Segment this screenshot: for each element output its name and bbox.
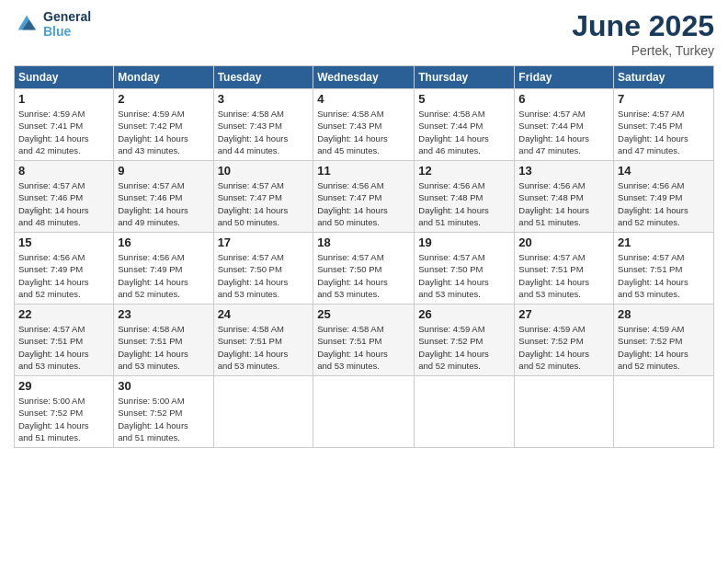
calendar-cell: 17Sunrise: 4:57 AM Sunset: 7:50 PM Dayli…: [213, 233, 313, 304]
day-number: 23: [118, 307, 209, 321]
calendar-cell: 24Sunrise: 4:58 AM Sunset: 7:51 PM Dayli…: [213, 304, 313, 376]
day-number: 30: [118, 379, 209, 393]
calendar-cell: [213, 376, 313, 448]
header-cell-monday: Monday: [114, 66, 213, 89]
day-info: Sunrise: 4:57 AM Sunset: 7:46 PM Dayligh…: [118, 179, 209, 228]
calendar-cell: 16Sunrise: 4:56 AM Sunset: 7:49 PM Dayli…: [114, 233, 213, 304]
day-info: Sunrise: 4:56 AM Sunset: 7:49 PM Dayligh…: [18, 251, 109, 300]
calendar-cell: 15Sunrise: 4:56 AM Sunset: 7:49 PM Dayli…: [15, 233, 114, 304]
day-info: Sunrise: 4:58 AM Sunset: 7:43 PM Dayligh…: [317, 108, 410, 156]
day-number: 14: [618, 164, 710, 178]
day-number: 18: [317, 236, 410, 249]
day-info: Sunrise: 4:58 AM Sunset: 7:51 PM Dayligh…: [218, 323, 310, 372]
calendar-header-row: SundayMondayTuesdayWednesdayThursdayFrid…: [15, 66, 714, 89]
month-year: June 2025: [572, 9, 714, 43]
day-number: 4: [317, 92, 410, 106]
calendar-cell: 20Sunrise: 4:57 AM Sunset: 7:51 PM Dayli…: [515, 233, 614, 304]
day-info: Sunrise: 4:57 AM Sunset: 7:50 PM Dayligh…: [218, 251, 310, 300]
logo-text: General Blue: [43, 9, 91, 39]
day-number: 25: [317, 307, 410, 321]
day-info: Sunrise: 4:58 AM Sunset: 7:44 PM Dayligh…: [418, 108, 510, 156]
calendar-cell: 10Sunrise: 4:57 AM Sunset: 7:47 PM Dayli…: [213, 161, 313, 233]
calendar-cell: [313, 376, 415, 448]
day-number: 6: [518, 92, 609, 106]
calendar-week-row: 15Sunrise: 4:56 AM Sunset: 7:49 PM Dayli…: [15, 233, 714, 304]
day-info: Sunrise: 4:58 AM Sunset: 7:51 PM Dayligh…: [317, 323, 410, 372]
day-number: 21: [618, 236, 710, 249]
calendar-cell: 5Sunrise: 4:58 AM Sunset: 7:44 PM Daylig…: [415, 89, 515, 161]
header-cell-saturday: Saturday: [614, 66, 714, 89]
calendar-cell: 30Sunrise: 5:00 AM Sunset: 7:52 PM Dayli…: [114, 376, 213, 448]
day-info: Sunrise: 5:00 AM Sunset: 7:52 PM Dayligh…: [18, 395, 109, 443]
day-number: 27: [518, 307, 609, 321]
day-info: Sunrise: 5:00 AM Sunset: 7:52 PM Dayligh…: [118, 395, 209, 443]
calendar-table: SundayMondayTuesdayWednesdayThursdayFrid…: [14, 65, 714, 448]
day-number: 7: [618, 92, 710, 106]
calendar-cell: 18Sunrise: 4:57 AM Sunset: 7:50 PM Dayli…: [313, 233, 415, 304]
day-number: 26: [418, 307, 510, 321]
calendar-body: 1Sunrise: 4:59 AM Sunset: 7:41 PM Daylig…: [15, 89, 714, 448]
calendar-cell: 29Sunrise: 5:00 AM Sunset: 7:52 PM Dayli…: [15, 376, 114, 448]
day-number: 24: [218, 307, 310, 321]
day-info: Sunrise: 4:57 AM Sunset: 7:50 PM Dayligh…: [317, 251, 410, 300]
calendar-cell: 9Sunrise: 4:57 AM Sunset: 7:46 PM Daylig…: [114, 161, 213, 233]
header-cell-wednesday: Wednesday: [313, 66, 415, 89]
day-info: Sunrise: 4:56 AM Sunset: 7:49 PM Dayligh…: [618, 179, 710, 228]
day-info: Sunrise: 4:58 AM Sunset: 7:43 PM Dayligh…: [218, 108, 310, 156]
calendar-week-row: 22Sunrise: 4:57 AM Sunset: 7:51 PM Dayli…: [15, 304, 714, 376]
calendar-cell: [415, 376, 515, 448]
logo-icon: [14, 11, 40, 37]
day-number: 9: [118, 164, 209, 178]
logo: General Blue: [14, 9, 91, 39]
location: Pertek, Turkey: [572, 43, 714, 58]
calendar-cell: 21Sunrise: 4:57 AM Sunset: 7:51 PM Dayli…: [614, 233, 714, 304]
calendar-cell: 7Sunrise: 4:57 AM Sunset: 7:45 PM Daylig…: [614, 89, 714, 161]
day-info: Sunrise: 4:57 AM Sunset: 7:47 PM Dayligh…: [218, 179, 310, 228]
header-cell-tuesday: Tuesday: [213, 66, 313, 89]
page-header: General Blue June 2025 Pertek, Turkey: [14, 9, 714, 58]
calendar-cell: 28Sunrise: 4:59 AM Sunset: 7:52 PM Dayli…: [614, 304, 714, 376]
day-info: Sunrise: 4:56 AM Sunset: 7:48 PM Dayligh…: [518, 179, 609, 228]
day-info: Sunrise: 4:57 AM Sunset: 7:51 PM Dayligh…: [518, 251, 609, 300]
calendar-cell: [515, 376, 614, 448]
calendar-cell: 2Sunrise: 4:59 AM Sunset: 7:42 PM Daylig…: [114, 89, 213, 161]
calendar-cell: 19Sunrise: 4:57 AM Sunset: 7:50 PM Dayli…: [415, 233, 515, 304]
day-number: 29: [18, 379, 109, 393]
day-info: Sunrise: 4:59 AM Sunset: 7:52 PM Dayligh…: [518, 323, 609, 372]
day-number: 1: [18, 92, 109, 106]
day-info: Sunrise: 4:57 AM Sunset: 7:45 PM Dayligh…: [618, 108, 710, 156]
day-number: 11: [317, 164, 410, 178]
day-number: 19: [418, 236, 510, 249]
day-info: Sunrise: 4:56 AM Sunset: 7:49 PM Dayligh…: [118, 251, 209, 300]
calendar-week-row: 8Sunrise: 4:57 AM Sunset: 7:46 PM Daylig…: [15, 161, 714, 233]
day-number: 2: [118, 92, 209, 106]
day-info: Sunrise: 4:56 AM Sunset: 7:47 PM Dayligh…: [317, 179, 410, 228]
day-info: Sunrise: 4:59 AM Sunset: 7:52 PM Dayligh…: [618, 323, 710, 372]
day-info: Sunrise: 4:56 AM Sunset: 7:48 PM Dayligh…: [418, 179, 510, 228]
calendar-cell: 25Sunrise: 4:58 AM Sunset: 7:51 PM Dayli…: [313, 304, 415, 376]
calendar-cell: 8Sunrise: 4:57 AM Sunset: 7:46 PM Daylig…: [15, 161, 114, 233]
calendar-cell: 6Sunrise: 4:57 AM Sunset: 7:44 PM Daylig…: [515, 89, 614, 161]
day-info: Sunrise: 4:57 AM Sunset: 7:51 PM Dayligh…: [618, 251, 710, 300]
calendar-week-row: 29Sunrise: 5:00 AM Sunset: 7:52 PM Dayli…: [15, 376, 714, 448]
day-info: Sunrise: 4:59 AM Sunset: 7:52 PM Dayligh…: [418, 323, 510, 372]
calendar-cell: 27Sunrise: 4:59 AM Sunset: 7:52 PM Dayli…: [515, 304, 614, 376]
day-number: 16: [118, 236, 209, 249]
calendar-cell: 14Sunrise: 4:56 AM Sunset: 7:49 PM Dayli…: [614, 161, 714, 233]
calendar-cell: 22Sunrise: 4:57 AM Sunset: 7:51 PM Dayli…: [15, 304, 114, 376]
title-block: June 2025 Pertek, Turkey: [572, 9, 714, 58]
day-number: 8: [18, 164, 109, 178]
day-number: 15: [18, 236, 109, 249]
day-number: 22: [18, 307, 109, 321]
day-number: 28: [618, 307, 710, 321]
calendar-cell: 13Sunrise: 4:56 AM Sunset: 7:48 PM Dayli…: [515, 161, 614, 233]
calendar-cell: 3Sunrise: 4:58 AM Sunset: 7:43 PM Daylig…: [213, 89, 313, 161]
day-info: Sunrise: 4:57 AM Sunset: 7:46 PM Dayligh…: [18, 179, 109, 228]
calendar-cell: 12Sunrise: 4:56 AM Sunset: 7:48 PM Dayli…: [415, 161, 515, 233]
day-number: 13: [518, 164, 609, 178]
day-info: Sunrise: 4:59 AM Sunset: 7:42 PM Dayligh…: [118, 108, 209, 156]
day-number: 10: [218, 164, 310, 178]
day-info: Sunrise: 4:58 AM Sunset: 7:51 PM Dayligh…: [118, 323, 209, 372]
day-info: Sunrise: 4:57 AM Sunset: 7:44 PM Dayligh…: [518, 108, 609, 156]
header-cell-thursday: Thursday: [415, 66, 515, 89]
